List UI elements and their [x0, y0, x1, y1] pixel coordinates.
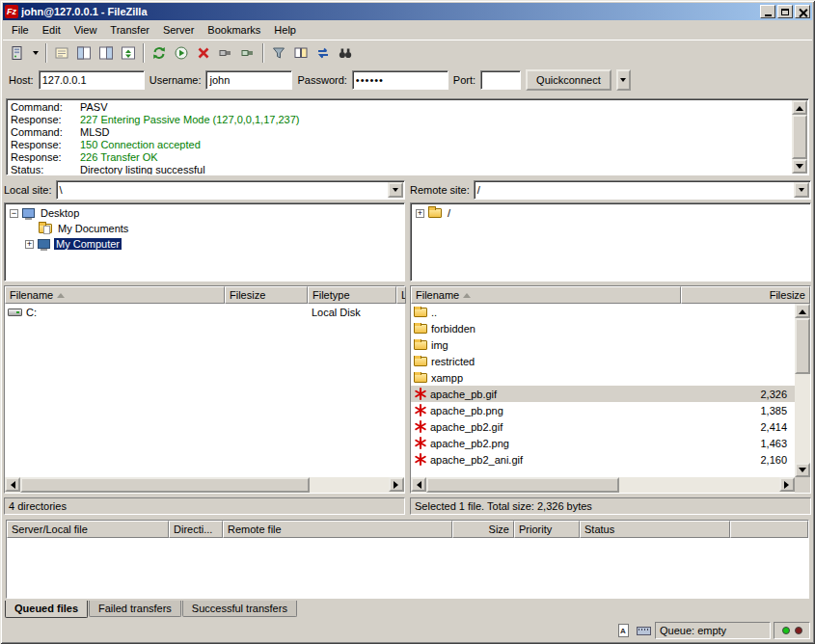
expand-icon[interactable]: + — [416, 209, 424, 218]
column-header-remote-file[interactable]: Remote file — [223, 521, 452, 538]
column-header-size[interactable]: Size — [452, 521, 514, 538]
menu-edit[interactable]: Edit — [36, 22, 68, 38]
scroll-down-button[interactable] — [792, 159, 807, 174]
file-row[interactable]: C: Local Disk — [5, 304, 404, 320]
toggle-queue-button[interactable] — [118, 42, 139, 64]
file-row[interactable]: img — [411, 336, 795, 353]
column-header-filetype[interactable]: Filetype — [308, 286, 396, 304]
menu-transfer[interactable]: Transfer — [103, 22, 156, 38]
cancel-button[interactable] — [193, 42, 214, 64]
file-row[interactable]: apache_pb2.png 1,463 — [411, 435, 795, 451]
column-header-server-local-file[interactable]: Server/Local file — [7, 521, 169, 538]
broken-image-icon — [414, 404, 426, 416]
toggle-remote-tree-button[interactable] — [95, 42, 117, 64]
remote-site-row: Remote site: / — [410, 179, 811, 201]
transfer-type-button[interactable]: A — [614, 623, 632, 638]
password-input[interactable] — [352, 70, 448, 90]
remote-horizontal-scrollbar[interactable] — [411, 477, 795, 493]
menu-file[interactable]: File — [5, 22, 36, 38]
maximize-button[interactable] — [777, 5, 793, 18]
broken-image-icon — [414, 388, 426, 400]
scroll-right-button[interactable] — [389, 477, 404, 492]
column-header-filename[interactable]: Filename — [411, 286, 681, 304]
tree-item-desktop[interactable]: − Desktop — [5, 205, 404, 221]
file-row[interactable]: xampp — [411, 369, 795, 386]
local-site-dropdown-button[interactable] — [388, 182, 403, 198]
password-label: Password: — [297, 74, 346, 86]
directory-comparison-button[interactable] — [290, 42, 312, 64]
username-input[interactable] — [205, 70, 292, 90]
log-vertical-scrollbar[interactable] — [792, 100, 807, 174]
tree-item-root[interactable]: + / — [411, 205, 810, 221]
close-button[interactable] — [795, 5, 810, 18]
column-header-direction[interactable]: Directi... — [169, 521, 223, 538]
scroll-up-button[interactable] — [795, 304, 810, 318]
scrollbar-thumb[interactable] — [20, 477, 310, 493]
column-header-priority[interactable]: Priority — [514, 521, 580, 538]
scrollbar-thumb[interactable] — [426, 477, 619, 493]
toggle-message-log-button[interactable] — [51, 42, 72, 64]
process-queue-button[interactable] — [171, 42, 192, 64]
disconnect-button[interactable] — [215, 42, 236, 64]
file-row[interactable]: apache_pb2.gif 2,414 — [411, 418, 795, 435]
file-row[interactable]: apache_pb.png 1,385 — [411, 402, 795, 418]
remote-vertical-scrollbar[interactable] — [795, 304, 810, 477]
scroll-left-button[interactable] — [411, 477, 426, 492]
disconnect-icon — [218, 45, 233, 61]
scroll-down-button[interactable] — [795, 463, 810, 477]
menu-server[interactable]: Server — [156, 22, 201, 38]
keyboard-indicator-button[interactable] — [635, 623, 652, 638]
column-header-filesize[interactable]: Filesize — [225, 286, 308, 304]
synchronized-browsing-button[interactable] — [312, 42, 334, 64]
scroll-left-button[interactable] — [5, 477, 20, 492]
scrollbar-thumb[interactable] — [795, 318, 810, 374]
remote-site-combobox[interactable]: / — [474, 180, 811, 200]
expand-icon[interactable]: + — [25, 240, 34, 249]
column-header-filesize[interactable]: Filesize — [681, 286, 810, 304]
tab-successful-transfers[interactable]: Successful transfers — [182, 601, 297, 617]
remote-site-dropdown-button[interactable] — [794, 182, 809, 198]
queue-body[interactable] — [7, 538, 808, 598]
port-label: Port: — [453, 74, 475, 86]
refresh-button[interactable] — [149, 42, 170, 64]
scroll-right-button[interactable] — [779, 477, 795, 492]
quickconnect-button[interactable]: Quickconnect — [526, 69, 611, 91]
file-row-selected[interactable]: apache_pb.gif 2,326 — [411, 386, 795, 402]
filter-button[interactable] — [268, 42, 289, 64]
column-header-lastmodified[interactable]: L — [396, 286, 406, 304]
column-header-filename[interactable]: Filename — [5, 286, 225, 304]
reconnect-icon — [240, 45, 256, 61]
tree-item-my-computer[interactable]: + My Computer — [5, 236, 404, 252]
local-horizontal-scrollbar[interactable] — [5, 477, 404, 493]
reconnect-button[interactable] — [237, 42, 258, 64]
menu-view[interactable]: View — [68, 22, 104, 38]
file-row[interactable]: restricted — [411, 353, 795, 369]
username-label: Username: — [149, 74, 202, 86]
remote-site-label: Remote site: — [410, 184, 470, 196]
arrow-left-icon — [7, 481, 15, 489]
minimize-button[interactable] — [760, 5, 775, 18]
port-input[interactable] — [480, 70, 521, 90]
local-site-combobox[interactable]: \ — [56, 180, 405, 200]
tab-failed-transfers[interactable]: Failed transfers — [89, 601, 181, 617]
column-header-status[interactable]: Status — [580, 521, 730, 538]
toggle-local-tree-button[interactable] — [73, 42, 95, 64]
tab-queued-files[interactable]: Queued files — [5, 601, 88, 618]
file-row[interactable]: .. — [411, 304, 795, 320]
file-row[interactable]: apache_pb2_ani.gif 2,160 — [411, 451, 795, 468]
quickconnect-dropdown-button[interactable] — [616, 69, 631, 91]
toolbar-separator — [262, 43, 264, 63]
scroll-up-button[interactable] — [792, 100, 807, 115]
collapse-icon[interactable]: − — [10, 209, 18, 218]
tree-item-my-documents[interactable]: My Documents — [5, 221, 404, 236]
site-manager-dropdown-button[interactable] — [29, 42, 41, 64]
log-line: Command:MLSD — [11, 126, 789, 139]
my-computer-icon — [38, 239, 50, 249]
find-files-button[interactable] — [335, 42, 356, 64]
scrollbar-thumb[interactable] — [792, 115, 807, 159]
menu-bookmarks[interactable]: Bookmarks — [201, 22, 267, 38]
file-row[interactable]: forbidden — [411, 320, 795, 336]
host-input[interactable] — [39, 70, 145, 90]
menu-help[interactable]: Help — [267, 22, 303, 38]
site-manager-button[interactable] — [7, 42, 28, 64]
